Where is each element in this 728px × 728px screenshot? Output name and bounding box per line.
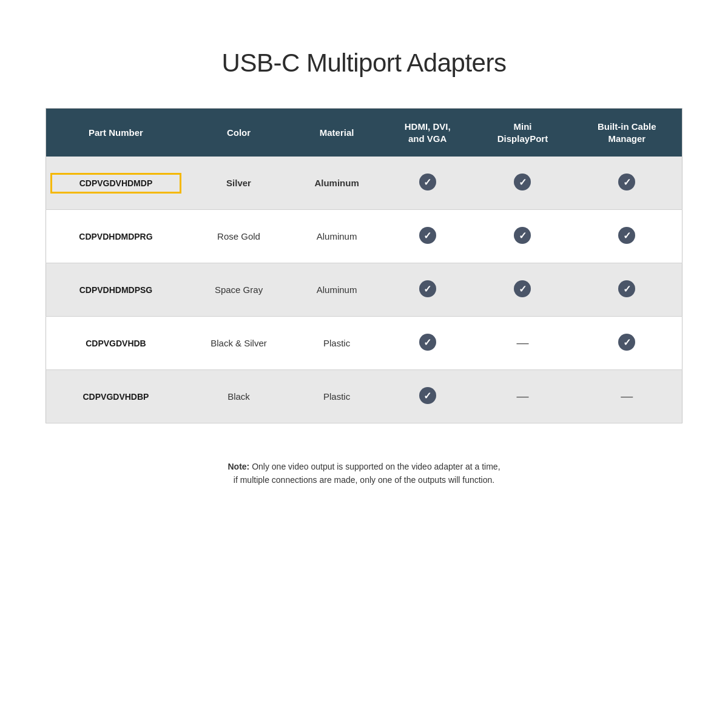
cell-mini-displayport — [473, 210, 571, 263]
check-icon — [419, 227, 436, 244]
note-text: Note: Only one video output is supported… — [228, 460, 500, 487]
check-icon — [618, 174, 635, 190]
table-header: Part Number Color Material HDMI, DVI,and… — [46, 109, 682, 157]
col-header-mini-displayport: MiniDisplayPort — [473, 109, 571, 157]
cell-color: Space Gray — [186, 263, 292, 317]
check-icon — [514, 280, 531, 297]
check-icon — [419, 280, 436, 297]
cell-color: Rose Gold — [186, 210, 292, 263]
dash-icon: — — [516, 336, 528, 350]
col-header-material: Material — [292, 109, 382, 157]
note-bold: Note: — [228, 462, 249, 471]
table-wrapper: Part Number Color Material HDMI, DVI,and… — [46, 108, 682, 423]
cell-hdmi-dvi-vga — [382, 157, 473, 210]
header-row: Part Number Color Material HDMI, DVI,and… — [46, 109, 682, 157]
cell-part-number: CDPVGDVHDB — [46, 317, 186, 370]
cell-mini-displayport: — — [473, 317, 571, 370]
cell-color: Silver — [186, 157, 292, 210]
cell-hdmi-dvi-vga — [382, 317, 473, 370]
cell-material: Plastic — [292, 370, 382, 423]
table-row: CDPVDHDMDPSGSpace GrayAluminum — [46, 263, 682, 317]
check-icon — [419, 387, 436, 404]
cell-hdmi-dvi-vga — [382, 263, 473, 317]
check-icon — [419, 334, 436, 351]
cell-mini-displayport: — — [473, 370, 571, 423]
check-icon — [514, 227, 531, 244]
table-row: CDPVGDVHDMDPSilverAluminum — [46, 157, 682, 210]
cell-part-number: CDPVGDVHDBP — [46, 370, 186, 423]
check-icon — [618, 227, 635, 244]
table-body: CDPVGDVHDMDPSilverAluminumCDPVDHDMDPRGRo… — [46, 157, 682, 423]
page-title: USB-C Multiport Adapters — [222, 49, 507, 78]
cell-color: Black & Silver — [186, 317, 292, 370]
cell-mini-displayport — [473, 263, 571, 317]
cell-part-number: CDPVDHDMDPSG — [46, 263, 186, 317]
note-section: Note: Only one video output is supported… — [228, 460, 500, 487]
highlighted-part-number: CDPVGDVHDMDP — [50, 173, 181, 194]
check-icon — [419, 174, 436, 190]
cell-cable-manager — [572, 157, 682, 210]
cell-hdmi-dvi-vga — [382, 370, 473, 423]
cell-part-number: CDPVGDVHDMDP — [46, 157, 186, 210]
cell-cable-manager — [572, 317, 682, 370]
col-header-hdmi-dvi-vga: HDMI, DVI,and VGA — [382, 109, 473, 157]
dash-icon: — — [516, 389, 528, 403]
table-row: CDPVGDVHDBBlack & SilverPlastic— — [46, 317, 682, 370]
table-row: CDPVDHDMDPRGRose GoldAluminum — [46, 210, 682, 263]
col-header-cable-manager: Built-in CableManager — [572, 109, 682, 157]
cell-mini-displayport — [473, 157, 571, 210]
comparison-table: Part Number Color Material HDMI, DVI,and… — [46, 108, 682, 423]
col-header-color: Color — [186, 109, 292, 157]
dash-icon: — — [621, 389, 633, 403]
check-icon — [618, 334, 635, 351]
check-icon — [618, 280, 635, 297]
cell-part-number: CDPVDHDMDPRG — [46, 210, 186, 263]
cell-cable-manager: — — [572, 370, 682, 423]
col-header-part-number: Part Number — [46, 109, 186, 157]
note-body: Only one video output is supported on th… — [234, 462, 500, 485]
cell-cable-manager — [572, 210, 682, 263]
cell-color: Black — [186, 370, 292, 423]
cell-hdmi-dvi-vga — [382, 210, 473, 263]
cell-material: Aluminum — [292, 157, 382, 210]
check-icon — [514, 174, 531, 190]
cell-cable-manager — [572, 263, 682, 317]
table-row: CDPVGDVHDBPBlackPlastic—— — [46, 370, 682, 423]
cell-material: Aluminum — [292, 210, 382, 263]
cell-material: Plastic — [292, 317, 382, 370]
cell-material: Aluminum — [292, 263, 382, 317]
